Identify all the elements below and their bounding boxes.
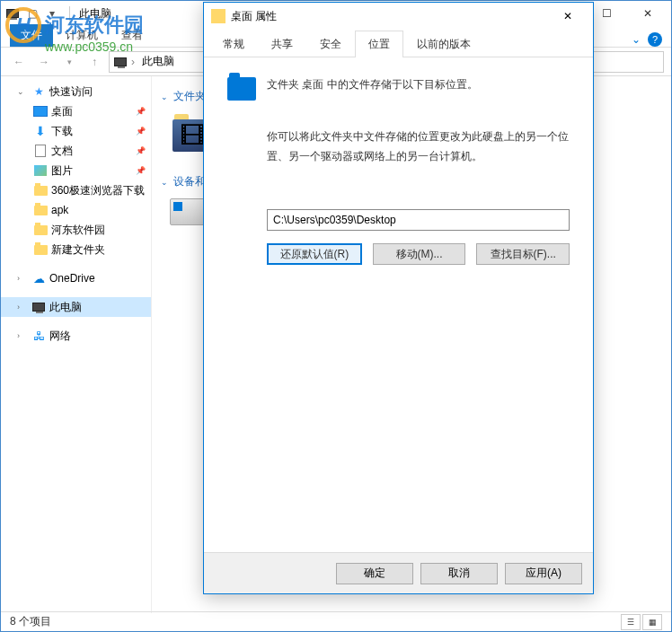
- ribbon-tab-view[interactable]: 查看: [111, 24, 154, 47]
- dialog-titlebar: 桌面 属性 ✕: [204, 3, 593, 30]
- tab-sharing[interactable]: 共享: [258, 31, 306, 57]
- dialog-heading: 文件夹 桌面 中的文件存储于以下目标位置。: [267, 75, 478, 95]
- folder-icon: [33, 242, 48, 257]
- nav-thispc[interactable]: ›此电脑: [1, 297, 151, 317]
- breadcrumb-separator-icon: ›: [131, 56, 135, 68]
- nav-label: 网络: [49, 329, 71, 344]
- pin-icon: 📌: [136, 146, 146, 155]
- nav-quick-access[interactable]: ⌄ ★ 快速访问: [1, 82, 151, 101]
- download-icon: ⬇: [33, 124, 48, 138]
- dialog-tabs: 常规 共享 安全 位置 以前的版本: [204, 30, 593, 57]
- properties-icon[interactable]: ▢: [24, 5, 40, 22]
- location-buttons: 还原默认值(R) 移动(M)... 查找目标(F)...: [267, 243, 570, 265]
- expand-icon[interactable]: ›: [17, 274, 28, 283]
- nav-label: 桌面: [51, 104, 73, 119]
- nav-item-folder[interactable]: 360极速浏览器下载: [1, 180, 151, 200]
- pin-icon: 📌: [136, 127, 146, 136]
- nav-label: apk: [51, 204, 68, 216]
- nav-label: 下载: [51, 124, 73, 139]
- tab-security[interactable]: 安全: [306, 31, 355, 57]
- find-target-button[interactable]: 查找目标(F)...: [476, 243, 570, 265]
- nav-recent-button[interactable]: ▾: [58, 51, 80, 73]
- nav-item-downloads[interactable]: ⬇下载📌: [1, 121, 151, 141]
- dialog-description: 你可以将此文件夹中文件存储的位置更改为此硬盘上的另一个位置、另一个驱动器或网络上…: [267, 127, 570, 166]
- breadcrumb-item[interactable]: 此电脑: [138, 54, 178, 69]
- restore-default-button[interactable]: 还原默认值(R): [267, 243, 362, 265]
- dialog-body: 文件夹 桌面 中的文件存储于以下目标位置。 你可以将此文件夹中文件存储的位置更改…: [204, 57, 593, 552]
- view-switcher: ☰ ▦: [621, 614, 662, 630]
- ribbon-tab-computer[interactable]: 计算机: [55, 24, 109, 47]
- expand-icon[interactable]: ›: [17, 331, 28, 340]
- nav-item-desktop[interactable]: 桌面📌: [1, 101, 151, 121]
- collapse-icon[interactable]: ⌄: [161, 92, 168, 101]
- status-text: 8 个项目: [10, 614, 51, 629]
- pin-icon: 📌: [136, 107, 146, 116]
- folder-icon: [33, 203, 48, 217]
- new-folder-icon[interactable]: ▾: [44, 5, 60, 22]
- collapse-icon[interactable]: ⌄: [161, 178, 168, 187]
- nav-forward-button[interactable]: →: [33, 51, 55, 73]
- picture-icon: [33, 163, 48, 178]
- view-icons-button[interactable]: ▦: [642, 614, 662, 630]
- cancel-button[interactable]: 取消: [420, 563, 498, 584]
- network-icon: 🖧: [31, 329, 46, 343]
- nav-label: 此电脑: [49, 300, 82, 315]
- dialog-title: 桌面 属性: [231, 9, 277, 24]
- nav-item-folder[interactable]: 河东软件园: [1, 220, 151, 240]
- system-menu-icon[interactable]: [4, 5, 21, 22]
- nav-label: 图片: [51, 163, 73, 179]
- nav-label: 文档: [51, 144, 73, 159]
- path-input[interactable]: [267, 209, 570, 231]
- status-bar: 8 个项目 ☰ ▦: [1, 611, 671, 631]
- dialog-close-button[interactable]: ✕: [550, 4, 586, 29]
- folder-icon: [33, 223, 48, 237]
- tab-location[interactable]: 位置: [355, 31, 403, 57]
- close-button[interactable]: ✕: [627, 1, 668, 26]
- properties-dialog: 桌面 属性 ✕ 常规 共享 安全 位置 以前的版本 文件夹 桌面 中的文件存储于…: [203, 2, 594, 594]
- ribbon-expand-icon[interactable]: ⌄: [632, 33, 641, 46]
- pin-icon: 📌: [136, 166, 146, 175]
- ribbon-right: ⌄ ?: [632, 32, 671, 47]
- tab-general[interactable]: 常规: [209, 31, 258, 57]
- help-icon[interactable]: ?: [648, 32, 662, 47]
- section-label: 文件夹: [173, 89, 206, 104]
- dialog-footer: 确定 取消 应用(A): [204, 552, 593, 593]
- nav-label: 河东软件园: [51, 223, 105, 238]
- document-icon: [33, 144, 48, 158]
- folder-icon: [211, 9, 225, 23]
- pc-icon: [31, 300, 46, 314]
- move-button[interactable]: 移动(M)...: [373, 243, 466, 265]
- nav-back-button[interactable]: ←: [8, 51, 30, 73]
- desktop-icon: [33, 104, 48, 118]
- nav-item-folder[interactable]: apk: [1, 200, 151, 220]
- nav-label: 快速访问: [49, 84, 93, 100]
- quick-access-toolbar: ▢ ▾ 此电脑: [4, 5, 111, 22]
- ok-button[interactable]: 确定: [336, 563, 413, 584]
- pc-icon: [113, 55, 128, 69]
- expand-icon[interactable]: ⌄: [17, 87, 28, 96]
- apply-button[interactable]: 应用(A): [505, 563, 582, 584]
- nav-network[interactable]: ›🖧网络: [1, 326, 151, 346]
- nav-up-button[interactable]: ↑: [84, 51, 105, 73]
- navigation-pane: ⌄ ★ 快速访问 桌面📌 ⬇下载📌 文档📌 图片📌 360极速浏览器下载 apk…: [1, 76, 152, 613]
- expand-icon[interactable]: ›: [17, 303, 28, 312]
- desktop-folder-icon: [227, 77, 256, 101]
- ribbon-file-tab[interactable]: 文件: [10, 24, 53, 47]
- window-title: 此电脑: [79, 6, 111, 22]
- nav-onedrive[interactable]: ›☁OneDrive: [1, 268, 151, 288]
- thumb-drive[interactable]: [170, 198, 206, 225]
- nav-item-documents[interactable]: 文档📌: [1, 141, 151, 161]
- view-details-button[interactable]: ☰: [621, 614, 641, 630]
- star-icon: ★: [31, 84, 46, 99]
- nav-item-folder[interactable]: 新建文件夹: [1, 240, 151, 259]
- separator: [69, 6, 70, 21]
- nav-label: 新建文件夹: [51, 242, 105, 258]
- nav-item-pictures[interactable]: 图片📌: [1, 161, 151, 180]
- drive-icon: [170, 198, 206, 225]
- tab-previous-versions[interactable]: 以前的版本: [403, 31, 484, 57]
- section-label: 设备和: [173, 174, 206, 189]
- folder-icon: [33, 183, 48, 198]
- nav-label: OneDrive: [49, 272, 95, 285]
- onedrive-icon: ☁: [31, 271, 46, 285]
- nav-label: 360极速浏览器下载: [51, 183, 145, 198]
